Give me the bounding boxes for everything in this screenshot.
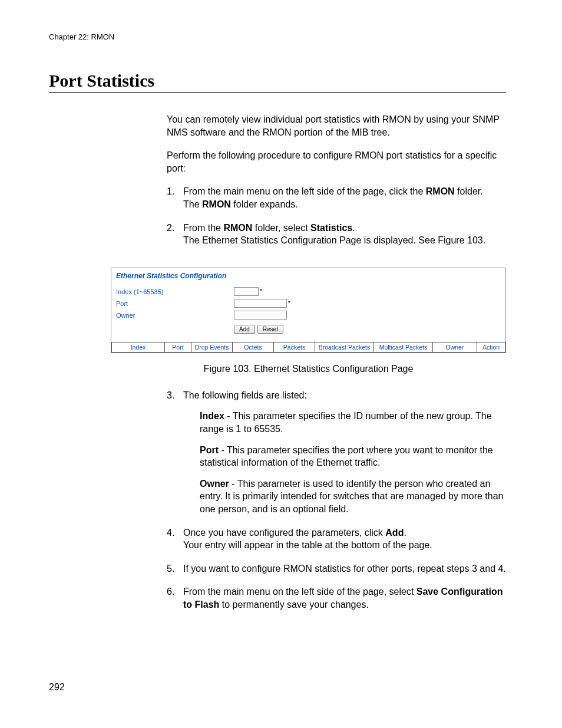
col-header-multicast-packets: Multicast Packets bbox=[373, 342, 432, 352]
owner-input[interactable] bbox=[234, 311, 287, 319]
text: folder, select bbox=[252, 223, 310, 233]
text: - This parameter specifies the ID number… bbox=[200, 411, 492, 434]
field-label-owner: Owner bbox=[200, 479, 229, 489]
bold-rmon: RMON bbox=[223, 223, 252, 233]
port-label: Port bbox=[116, 300, 234, 307]
figure-caption: Figure 103. Ethernet Statistics Configur… bbox=[111, 364, 506, 374]
index-input[interactable] bbox=[234, 287, 259, 296]
bold-statistics: Statistics bbox=[310, 223, 352, 233]
reset-button[interactable]: Reset bbox=[257, 325, 283, 334]
step-4: 4. Once you have configured the paramete… bbox=[167, 526, 506, 552]
step-number: 6. bbox=[167, 585, 183, 611]
col-header-port: Port bbox=[164, 342, 191, 352]
step-1: 1. From the main menu on the left side o… bbox=[167, 185, 506, 210]
text: . bbox=[352, 223, 355, 233]
text: to permanently save your changes. bbox=[219, 599, 368, 610]
index-label: Index (1~65535) bbox=[116, 288, 234, 295]
text: - This parameter specifies the port wher… bbox=[200, 445, 493, 468]
step-number: 4. bbox=[167, 526, 183, 552]
col-header-packets: Packets bbox=[273, 342, 315, 352]
text: - This parameter is used to identify the… bbox=[200, 479, 504, 514]
owner-label: Owner bbox=[116, 312, 234, 319]
section-title: Port Statistics bbox=[49, 71, 506, 93]
step-number: 2. bbox=[167, 222, 183, 247]
intro-paragraph-2: Perform the following procedure to confi… bbox=[167, 149, 506, 174]
bold-rmon: RMON bbox=[426, 186, 455, 196]
step-2: 2. From the RMON folder, select Statisti… bbox=[167, 222, 506, 247]
figure-panel-title: Ethernet Statistics Configuration bbox=[111, 268, 505, 286]
text: . bbox=[404, 528, 406, 538]
text: The following fields are listed: bbox=[183, 390, 307, 400]
step-number: 1. bbox=[167, 185, 183, 210]
intro-paragraph-1: You can remotely view individual port st… bbox=[167, 113, 506, 139]
step-6: 6. From the main menu on the left side o… bbox=[167, 585, 506, 611]
col-header-drop-events: Drop Events bbox=[191, 342, 232, 352]
col-header-index: Index bbox=[111, 342, 164, 352]
step-number: 5. bbox=[167, 562, 183, 575]
field-label-index: Index bbox=[200, 411, 224, 421]
text: folder expands. bbox=[231, 199, 298, 209]
step-number: 3. bbox=[167, 389, 183, 516]
col-header-action: Action bbox=[477, 342, 505, 352]
text: From the main menu on the left side of t… bbox=[183, 587, 416, 597]
col-header-octets: Octets bbox=[232, 342, 273, 352]
stats-table-header-row: Index Port Drop Events Octets Packets Br… bbox=[111, 342, 505, 353]
field-label-port: Port bbox=[200, 445, 219, 455]
col-header-owner: Owner bbox=[432, 342, 477, 352]
page-number: 292 bbox=[49, 682, 65, 693]
add-button[interactable]: Add bbox=[234, 325, 255, 334]
text: From the main menu on the left side of t… bbox=[183, 186, 426, 196]
text: Your entry will appear in the table at t… bbox=[183, 540, 432, 550]
text: If you want to configure RMON statistics… bbox=[183, 564, 506, 574]
text: folder. bbox=[455, 186, 483, 196]
col-header-broadcast-packets: Broadcast Packets bbox=[315, 342, 373, 352]
required-star-icon: * bbox=[260, 289, 262, 295]
text: From the bbox=[183, 223, 223, 233]
required-star-icon: * bbox=[288, 301, 290, 307]
bold-add: Add bbox=[385, 528, 404, 538]
port-input[interactable] bbox=[234, 299, 287, 308]
figure-ethernet-statistics-config: Ethernet Statistics Configuration Index … bbox=[111, 268, 506, 353]
bold-rmon: RMON bbox=[202, 199, 231, 209]
text: The bbox=[183, 199, 202, 209]
step-3: 3. The following fields are listed: Inde… bbox=[167, 389, 506, 516]
text: The Ethernet Statistics Configuration Pa… bbox=[183, 235, 485, 245]
text: Once you have configured the parameters,… bbox=[183, 528, 385, 538]
step-5: 5. If you want to configure RMON statist… bbox=[167, 562, 506, 575]
chapter-header: Chapter 22: RMON bbox=[49, 32, 506, 41]
